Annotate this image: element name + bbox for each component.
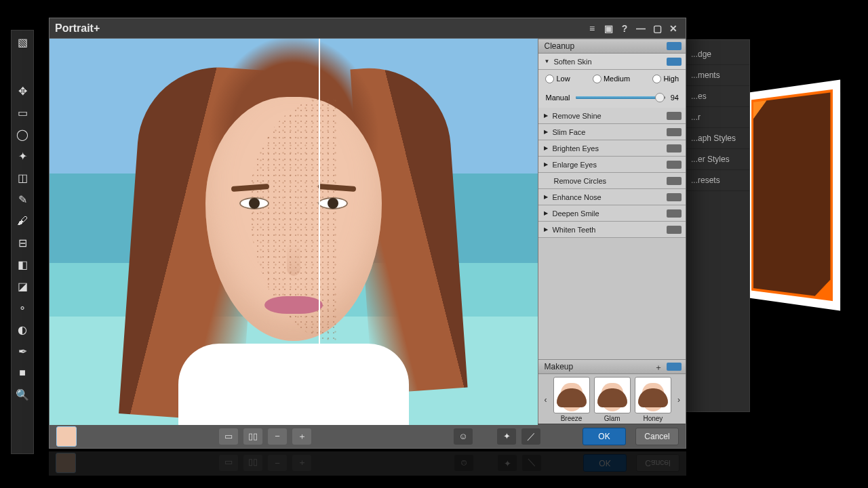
- bg-panel-item: ...es: [686, 86, 749, 107]
- chevron-right-icon: ▶: [544, 145, 548, 151]
- image-thumbnail[interactable]: [56, 426, 77, 447]
- background-card: [745, 80, 840, 311]
- brush-icon[interactable]: 🖌: [15, 214, 30, 228]
- soften-medium-radio[interactable]: Medium: [593, 75, 630, 83]
- presets-prev[interactable]: ‹: [541, 395, 549, 405]
- cleanup-item-remove-circles[interactable]: Remove Circles: [538, 173, 686, 189]
- chevron-right-icon: ▶: [544, 226, 548, 232]
- add-preset-icon[interactable]: ＋: [654, 362, 663, 373]
- feature-toggle[interactable]: [667, 193, 682, 201]
- blur-icon[interactable]: ∘: [15, 300, 30, 315]
- cleanup-item-label: Remove Circles: [553, 177, 606, 185]
- zoom-out-icon[interactable]: −: [268, 428, 287, 445]
- makeup-preset-honey[interactable]: Honey: [634, 377, 672, 422]
- actual-size-icon[interactable]: ▯▯: [243, 428, 262, 445]
- cleanup-item-label: Whiten Teeth: [552, 226, 595, 234]
- panel-empty-area: [538, 238, 686, 359]
- cleanup-item-remove-shine[interactable]: ▶Remove Shine: [538, 108, 686, 124]
- wand-icon[interactable]: ✦: [15, 148, 30, 163]
- cleanup-item-label: Enhance Nose: [552, 193, 601, 201]
- soften-high-radio[interactable]: High: [652, 75, 679, 83]
- cleanup-item-enlarge-eyes[interactable]: ▶Enlarge Eyes: [538, 157, 686, 173]
- cleanup-item-brighten-eyes[interactable]: ▶Brighten Eyes: [538, 140, 686, 157]
- portrait-lips: [264, 296, 323, 314]
- crop2-icon[interactable]: ◫: [15, 170, 30, 185]
- portrait-plus-window: Portrait+ ≡ ▣ ? — ▢ ✕ Cleanup: [49, 18, 686, 449]
- help-icon[interactable]: ?: [618, 22, 631, 35]
- zoom-in-icon[interactable]: ＋: [292, 428, 311, 445]
- face-detect-icon[interactable]: ☺: [454, 428, 473, 445]
- feature-toggle[interactable]: [667, 161, 682, 169]
- host-toolbar: ▧ ✥ ▭ ◯ ✦ ◫ ✎ 🖌 ⊟ ◧ ◪ ∘ ◐ ✒ ■ 🔍: [11, 30, 34, 454]
- bg-panel-item: ...er Styles: [686, 149, 749, 170]
- cleanup-title: Cleanup: [544, 41, 574, 51]
- close-button[interactable]: ✕: [667, 22, 680, 35]
- cleanup-item-slim-face[interactable]: ▶Slim Face: [538, 124, 686, 140]
- feature-toggle[interactable]: [667, 58, 682, 66]
- brush-tool-icon[interactable]: ／: [521, 428, 540, 445]
- auto-fix-icon[interactable]: ✦: [497, 428, 516, 445]
- feature-toggle[interactable]: [667, 209, 682, 218]
- soften-manual-row: Manual 94: [538, 87, 686, 108]
- feature-toggle[interactable]: [667, 177, 682, 185]
- chevron-right-icon: ▶: [544, 161, 548, 167]
- preset-thumb: [553, 377, 590, 413]
- eraser-icon[interactable]: ◧: [15, 257, 30, 272]
- marquee-icon[interactable]: ▭: [15, 105, 30, 120]
- cleanup-item-whiten-teeth[interactable]: ▶Whiten Teeth: [538, 222, 686, 238]
- bg-panel-item: ...r: [686, 107, 749, 128]
- zoom-icon[interactable]: 🔍: [15, 387, 30, 402]
- soften-low-radio[interactable]: Low: [545, 75, 570, 83]
- minimize-button[interactable]: —: [634, 22, 648, 35]
- soften-skin-header[interactable]: ▼ Soften Skin: [538, 54, 686, 70]
- chevron-right-icon: ▶: [544, 194, 548, 200]
- maximize-button[interactable]: ▢: [650, 22, 664, 35]
- stamp-icon[interactable]: ⊟: [15, 235, 30, 250]
- move-icon[interactable]: ✥: [15, 83, 30, 98]
- cleanup-item-label: Brighten Eyes: [552, 144, 598, 152]
- ok-button[interactable]: OK: [583, 428, 626, 445]
- chevron-right-icon: ▶: [544, 113, 548, 119]
- app-title: Portrait+: [55, 22, 100, 35]
- feature-toggle[interactable]: [667, 128, 682, 136]
- makeup-preset-breeze[interactable]: Breeze: [552, 377, 590, 422]
- crop-icon[interactable]: ▧: [15, 35, 30, 49]
- compare-icon[interactable]: ▣: [601, 22, 615, 35]
- soften-skin-label: Soften Skin: [553, 58, 591, 66]
- soften-slider[interactable]: [576, 96, 665, 99]
- window-reflection: ▭▯▯−＋ ☺ ✦／ OKCancel: [49, 449, 686, 476]
- cleanup-item-enhance-nose[interactable]: ▶Enhance Nose: [538, 189, 686, 205]
- cleanup-item-label: Deepen Smile: [552, 209, 599, 218]
- fit-screen-icon[interactable]: ▭: [219, 428, 238, 445]
- preset-thumb: [594, 377, 631, 413]
- bg-panel-item: ...resets: [686, 170, 749, 191]
- makeup-section-header[interactable]: Makeup ＋: [538, 359, 686, 374]
- cleanup-section-header[interactable]: Cleanup: [538, 39, 686, 54]
- cancel-button[interactable]: Cancel: [635, 428, 679, 445]
- feature-toggle[interactable]: [667, 144, 682, 152]
- lasso-icon[interactable]: ◯: [15, 127, 30, 142]
- presets-next[interactable]: ›: [675, 395, 683, 405]
- manual-label: Manual: [545, 94, 570, 102]
- gradient-icon[interactable]: ◪: [15, 279, 30, 293]
- preview-canvas[interactable]: [50, 39, 538, 425]
- chevron-right-icon: ▶: [544, 210, 548, 216]
- feature-toggle[interactable]: [667, 112, 682, 120]
- section-toggle[interactable]: [667, 363, 682, 371]
- footer-bar: ▭ ▯▯ − ＋ ☺ ✦ ／ OK Cancel: [50, 424, 686, 448]
- before-after-divider[interactable]: [319, 39, 320, 425]
- cleanup-item-deepen-smile[interactable]: ▶Deepen Smile: [538, 205, 686, 222]
- dodge-icon[interactable]: ◐: [15, 322, 30, 337]
- makeup-title: Makeup: [544, 362, 573, 371]
- cleanup-item-label: Slim Face: [552, 128, 585, 136]
- bg-panel-item: ...aph Styles: [686, 128, 749, 149]
- eyedropper-icon[interactable]: ✎: [15, 192, 30, 207]
- bg-panel-item: ...ments: [686, 65, 749, 86]
- slider-thumb[interactable]: [655, 93, 665, 102]
- feature-toggle[interactable]: [667, 226, 682, 234]
- section-toggle[interactable]: [667, 42, 682, 50]
- menu-icon[interactable]: ≡: [585, 22, 599, 35]
- makeup-preset-glam[interactable]: Glam: [593, 377, 631, 422]
- swatch-icon[interactable]: ■: [15, 365, 30, 380]
- pen-icon[interactable]: ✒: [15, 344, 30, 359]
